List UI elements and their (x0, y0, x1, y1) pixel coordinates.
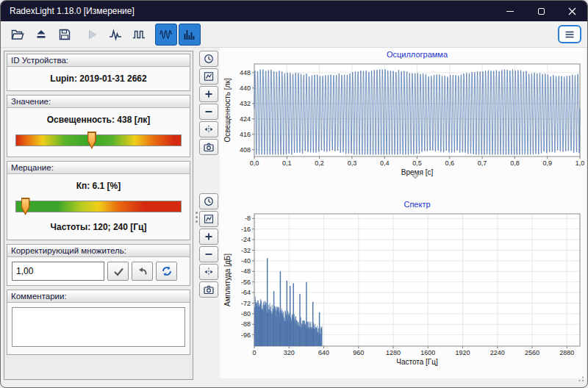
app-window: RadexLight 1.18.0 [Измерение] (0, 0, 588, 388)
eject-icon (34, 27, 49, 42)
maximize-button[interactable] (526, 1, 556, 21)
svg-text:0,1: 0,1 (282, 159, 292, 167)
undo-icon (137, 265, 148, 277)
autoscale-icon (203, 195, 215, 207)
charts-splitter-handle[interactable] (412, 173, 420, 180)
osc-zoom-in-button[interactable] (199, 86, 218, 102)
multiplier-header: Корректирующий множитель: (7, 245, 190, 257)
svg-text:-24: -24 (241, 236, 251, 243)
svg-text:-64: -64 (241, 289, 251, 296)
show-spectrum-button[interactable] (179, 24, 201, 46)
oscillogram-toolbar (199, 51, 220, 155)
cursor-icon (203, 266, 215, 278)
minimize-button[interactable] (495, 1, 526, 21)
svg-text:-48: -48 (241, 267, 251, 275)
close-icon (568, 7, 576, 15)
spectrum-chart[interactable]: 0320640960128016001920224025602880-96-88… (221, 189, 586, 374)
oscillogram-icon (159, 27, 173, 42)
refresh-button[interactable] (156, 262, 177, 281)
illuminance-gauge (15, 134, 182, 146)
flicker-gauge (15, 201, 182, 212)
flicker-gauge-bar (15, 201, 182, 212)
svg-text:0,9: 0,9 (542, 159, 552, 167)
oscillogram-chart[interactable]: 0,00,10,20,30,40,50,60,70,80,91,04084164… (221, 48, 586, 186)
svg-text:0,5: 0,5 (412, 159, 422, 167)
svg-text:0: 0 (252, 349, 256, 356)
svg-text:-16: -16 (241, 226, 251, 233)
svg-text:-56: -56 (241, 279, 251, 286)
multiplier-input[interactable] (12, 262, 104, 281)
main-toolbar (1, 21, 587, 48)
eject-button[interactable] (30, 24, 52, 46)
svg-text:-80: -80 (241, 310, 251, 317)
svg-text:Амплитуда [дБ]: Амплитуда [дБ] (223, 254, 232, 306)
svg-text:0,0: 0,0 (250, 159, 259, 167)
svg-text:-88: -88 (241, 320, 251, 328)
flicker-section: Мерцание: Кп: 6.1 [%] Частоты: 120; 240 … (7, 161, 190, 240)
spec-zoom-out-button[interactable] (199, 246, 218, 262)
minimize-icon (506, 11, 514, 12)
save-button[interactable] (54, 24, 76, 46)
osc-cursor-button[interactable] (199, 121, 218, 137)
illuminance-reading: Освещенность: 438 [лк] (12, 115, 185, 125)
illuminance-gauge-bar (15, 134, 182, 146)
spectrum-toolbar (199, 193, 220, 298)
svg-text:-32: -32 (241, 247, 251, 254)
svg-text:Осциллограмма: Осциллограмма (387, 50, 448, 59)
comments-textarea[interactable] (12, 307, 185, 347)
svg-text:448: 448 (240, 69, 251, 76)
svg-text:-72: -72 (241, 300, 251, 307)
flicker-frequencies: Частоты: 120; 240 [Гц] (12, 222, 185, 232)
apply-button[interactable] (107, 262, 129, 281)
refresh-icon (161, 265, 173, 277)
svg-text:-8: -8 (245, 215, 251, 222)
panel-splitter-handle[interactable] (195, 209, 198, 224)
cursor-icon (203, 123, 215, 135)
undo-button[interactable] (132, 262, 153, 281)
maximize-icon (538, 8, 545, 15)
window-controls (495, 1, 587, 21)
svg-text:2240: 2240 (490, 349, 505, 356)
zoom-in-icon (203, 231, 215, 242)
osc-autoscale-button[interactable] (199, 51, 218, 67)
osc-snapshot-button[interactable] (199, 139, 218, 155)
svg-text:Освещенность [лк]: Освещенность [лк] (223, 78, 232, 142)
folder-open-icon (10, 27, 25, 42)
comments-header: Комментарии: (7, 290, 190, 303)
pulse-measure-button[interactable] (104, 24, 126, 46)
hamburger-menu-icon (564, 29, 576, 40)
zoom-out-icon (203, 248, 215, 260)
play-button[interactable] (81, 24, 103, 46)
svg-text:432: 432 (240, 100, 251, 107)
svg-text:0,2: 0,2 (315, 159, 324, 167)
spec-autoscale-button[interactable] (199, 193, 218, 209)
zoom-in-icon (203, 88, 215, 100)
svg-text:0,3: 0,3 (348, 159, 357, 167)
titlebar: RadexLight 1.18.0 [Измерение] (1, 1, 587, 21)
spectrum-icon (182, 27, 197, 42)
value-section: Значение: Освещенность: 438 [лк] (7, 95, 190, 157)
square-wave-button[interactable] (128, 24, 150, 46)
osc-zoom-out-button[interactable] (199, 104, 218, 120)
svg-text:0,6: 0,6 (445, 159, 455, 167)
spec-zoom-in-button[interactable] (199, 229, 218, 245)
value-header: Значение: (7, 96, 190, 108)
open-button[interactable] (7, 24, 29, 46)
check-icon (112, 265, 124, 277)
svg-text:-96: -96 (241, 331, 251, 339)
spec-cursor-button[interactable] (199, 264, 218, 280)
menu-button[interactable] (558, 25, 581, 43)
multiplier-section: Корректирующий множитель: (7, 244, 190, 286)
close-button[interactable] (556, 1, 587, 21)
spec-fit-button[interactable] (199, 211, 218, 227)
show-oscillogram-button[interactable] (155, 24, 177, 46)
svg-text:2880: 2880 (559, 349, 574, 356)
svg-text:Спектр: Спектр (404, 200, 430, 209)
svg-text:1600: 1600 (420, 349, 435, 356)
osc-fit-button[interactable] (199, 68, 218, 85)
camera-icon (203, 284, 215, 295)
window-resize-grip[interactable] (576, 372, 584, 385)
spec-snapshot-button[interactable] (199, 281, 218, 298)
comments-section: Комментарии: (7, 290, 190, 355)
svg-text:424: 424 (240, 115, 251, 123)
